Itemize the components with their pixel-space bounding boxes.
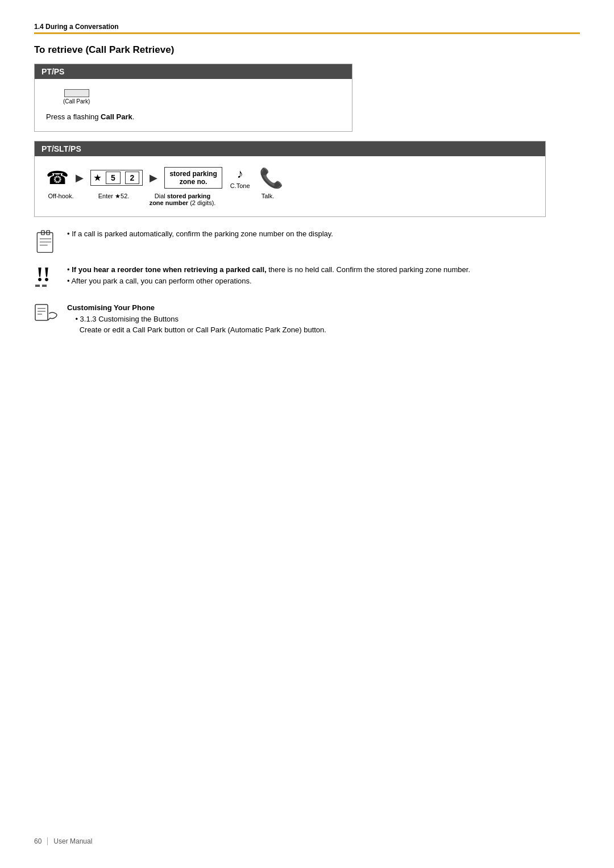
- svg-rect-8: [42, 285, 47, 287]
- note-1-text: • If a call is parked automatically, con…: [67, 228, 580, 240]
- svg-text:!!: !!: [36, 265, 50, 286]
- pt-slt-ps-header: PT/SLT/PS: [35, 141, 545, 156]
- page-number: 60: [34, 837, 42, 845]
- section-header: 1.4 During a Conversation: [34, 23, 580, 34]
- note-3: Customising Your Phone • 3.1.3 Customisi…: [34, 302, 580, 336]
- label-offhook: Off-hook.: [46, 193, 76, 199]
- arrow1: ▶: [76, 172, 84, 184]
- note-2-text: • If you hear a reorder tone when retrie…: [67, 264, 580, 286]
- svg-rect-0: [37, 233, 52, 253]
- off-hook-icon: ☎: [46, 167, 69, 189]
- instruction-end: .: [132, 112, 135, 121]
- label-talk: Talk.: [245, 193, 291, 199]
- talk-item: 📞: [259, 166, 283, 189]
- label-dial-stored: Dial stored parkingzone number (2 digits…: [148, 193, 217, 206]
- footer: 60 User Manual: [34, 837, 92, 845]
- key-5: 5: [106, 172, 121, 184]
- off-hook-item: ☎: [46, 167, 69, 189]
- instruction-bold: Call Park: [101, 112, 132, 121]
- note-2: !! • If you hear a reorder tone when ret…: [34, 264, 580, 294]
- footer-divider: [47, 837, 48, 845]
- main-title: To retrieve (Call Park Retrieve): [34, 44, 580, 56]
- stored-parking-line1: stored parking: [169, 170, 217, 178]
- stored-parking-box: stored parking zone no.: [164, 167, 222, 189]
- exclaim-icon: !!: [34, 265, 51, 293]
- stored-parking-line2: zone no.: [169, 178, 217, 186]
- pt-ps-content: (Call Park) Press a flashing Call Park.: [35, 79, 352, 131]
- footer-label: User Manual: [53, 837, 92, 845]
- stored-parking-item: stored parking zone no.: [164, 167, 222, 189]
- callpark-button-area: (Call Park): [63, 89, 90, 105]
- notepad-icon: [34, 229, 57, 254]
- instruction-text: Press a flashing: [46, 112, 101, 121]
- ctone-item: ♪ C.Tone: [230, 166, 250, 189]
- star52-box: ★ 5 2: [90, 170, 143, 186]
- notepad-icon-container: [34, 229, 59, 256]
- key-2: 2: [125, 172, 140, 184]
- callpark-button-visual: [64, 89, 89, 97]
- hand-icon: [34, 303, 59, 326]
- note-3-text: Customising Your Phone • 3.1.3 Customisi…: [67, 302, 580, 336]
- label-star52: Enter ★52.: [88, 193, 139, 200]
- flow-labels-row: Off-hook. Enter ★52. Dial stored parking…: [46, 193, 534, 206]
- flow-diagram: ☎ ▶ ★ 5 2 ▶ stored parking zone no. ♪: [46, 166, 534, 189]
- ctone-label: C.Tone: [230, 182, 250, 189]
- pt-ps-box: PT/PS (Call Park) Press a flashing Call …: [34, 64, 352, 132]
- pt-ps-header: PT/PS: [35, 64, 352, 79]
- arrow2: ▶: [150, 172, 157, 184]
- star52-item: ★ 5 2: [90, 170, 143, 186]
- star-key: ★: [94, 173, 101, 182]
- notes-section: • If a call is parked automatically, con…: [34, 228, 580, 336]
- pt-slt-ps-box: PT/SLT/PS ☎ ▶ ★ 5 2 ▶ stored parking zon…: [34, 141, 546, 217]
- hand-icon-container: [34, 303, 59, 328]
- note-1: • If a call is parked automatically, con…: [34, 228, 580, 256]
- pt-slt-ps-content: ☎ ▶ ★ 5 2 ▶ stored parking zone no. ♪: [35, 156, 545, 216]
- svg-rect-9: [35, 304, 48, 320]
- exclaim-icon-container: !!: [34, 265, 59, 294]
- callpark-button-label: (Call Park): [63, 98, 90, 105]
- svg-rect-7: [35, 285, 40, 287]
- musical-note-icon: ♪: [237, 166, 243, 181]
- pt-ps-instruction: Press a flashing Call Park.: [46, 112, 341, 121]
- talk-icon: 📞: [259, 166, 283, 189]
